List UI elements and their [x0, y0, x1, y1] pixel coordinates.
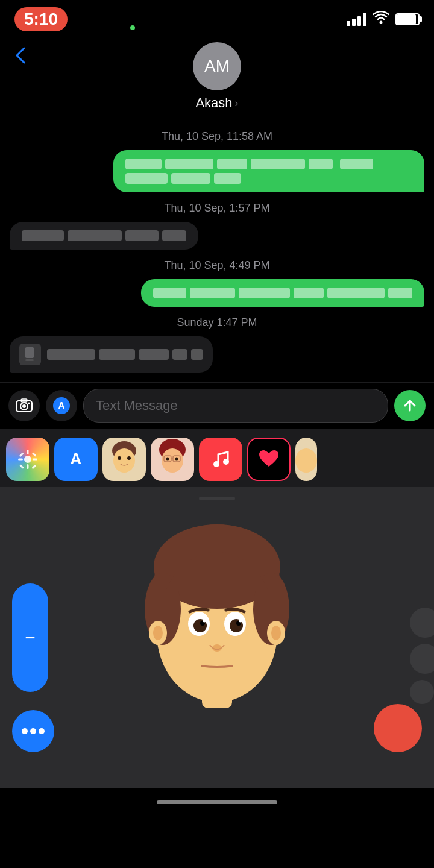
svg-rect-15: [19, 452, 24, 457]
svg-rect-18: [31, 464, 36, 469]
svg-point-47: [239, 620, 242, 623]
svg-point-46: [203, 620, 206, 623]
svg-point-21: [113, 448, 135, 473]
timestamp-2: Thu, 10 Sep, 1:57 PM: [10, 202, 424, 215]
appstore-button[interactable]: A: [46, 390, 77, 421]
send-button[interactable]: [394, 390, 426, 421]
svg-rect-11: [27, 450, 29, 454]
svg-point-23: [127, 456, 131, 460]
avatar: AM: [193, 42, 241, 90]
contact-name[interactable]: Akash ›: [195, 95, 238, 111]
svg-point-29: [166, 458, 169, 461]
battery-icon: [395, 13, 420, 25]
app-tray: A: [0, 429, 434, 487]
tray-memoji2-icon[interactable]: [151, 438, 194, 481]
svg-point-54: [30, 728, 36, 734]
svg-point-55: [39, 728, 45, 734]
tray-photos-icon[interactable]: [6, 438, 49, 481]
wifi-icon: [373, 11, 389, 28]
attachment-icon: [19, 344, 41, 365]
svg-point-32: [223, 459, 229, 465]
tray-appstore-icon[interactable]: A: [54, 438, 98, 481]
tray-fitness-icon[interactable]: [247, 438, 291, 481]
svg-rect-17: [19, 464, 24, 469]
message-received-2[interactable]: [10, 336, 424, 373]
status-bar: 5:10: [0, 0, 434, 36]
message-sent-1[interactable]: [10, 150, 424, 192]
status-icons: [347, 11, 420, 28]
input-bar: A Text Message: [0, 382, 434, 429]
home-indicator: [0, 788, 434, 810]
svg-point-10: [24, 456, 31, 463]
svg-point-52: [271, 626, 281, 640]
svg-point-33: [295, 448, 317, 473]
svg-point-7: [28, 403, 30, 404]
drag-handle[interactable]: [199, 497, 235, 500]
bubble-sent-2: [141, 279, 424, 307]
svg-text:A: A: [71, 450, 82, 468]
timestamp-1: Thu, 10 Sep, 11:58 AM: [10, 130, 424, 143]
svg-point-0: [379, 21, 382, 24]
svg-rect-14: [33, 459, 37, 461]
bubble-received-1: [10, 222, 198, 250]
camera-button[interactable]: [8, 390, 40, 421]
memoji-panel: [0, 487, 434, 788]
three-dots-button[interactable]: [12, 710, 54, 752]
record-button[interactable]: [374, 704, 422, 752]
signal-bars-icon: [347, 13, 366, 26]
home-bar: [157, 800, 277, 804]
side-circle-2: [410, 644, 434, 674]
timestamp-4: Sunday 1:47 PM: [10, 316, 424, 329]
svg-point-31: [213, 461, 219, 467]
svg-rect-12: [27, 464, 29, 469]
svg-rect-1: [25, 347, 34, 358]
message-placeholder: Text Message: [96, 398, 178, 414]
dot-indicator: [130, 25, 135, 30]
messages-area: Thu, 10 Sep, 11:58 AM Thu, 10 Sep, 1:57 …: [0, 130, 434, 382]
svg-point-30: [175, 458, 178, 461]
svg-text:A: A: [58, 401, 65, 411]
received-redacted-content: [47, 349, 203, 360]
tray-partial-icon[interactable]: [295, 438, 317, 481]
svg-rect-16: [32, 452, 37, 457]
bubble-received-2: [10, 336, 213, 373]
svg-rect-2: [25, 359, 34, 361]
side-left-button[interactable]: [12, 583, 48, 692]
status-time: 5:10: [14, 7, 68, 31]
message-received-1[interactable]: [10, 222, 424, 250]
message-sent-2[interactable]: [10, 279, 424, 307]
side-circle-1: [410, 608, 434, 638]
bubble-sent-1: [113, 150, 424, 192]
side-circle-3: [410, 680, 434, 704]
tray-music-icon[interactable]: [199, 438, 242, 481]
svg-point-53: [22, 728, 28, 734]
contact-chevron-icon: ›: [235, 97, 239, 110]
message-input[interactable]: Text Message: [83, 389, 388, 423]
timestamp-3: Thu, 10 Sep, 4:49 PM: [10, 259, 424, 272]
back-button[interactable]: [12, 42, 30, 74]
svg-point-5: [22, 404, 26, 408]
right-side-circles: [410, 608, 434, 704]
svg-rect-13: [18, 459, 23, 461]
chat-header: AM Akash ›: [0, 36, 434, 121]
tray-memoji1-icon[interactable]: [102, 438, 146, 481]
svg-point-51: [153, 626, 163, 640]
svg-point-22: [118, 456, 121, 460]
memoji-face: [133, 518, 301, 711]
